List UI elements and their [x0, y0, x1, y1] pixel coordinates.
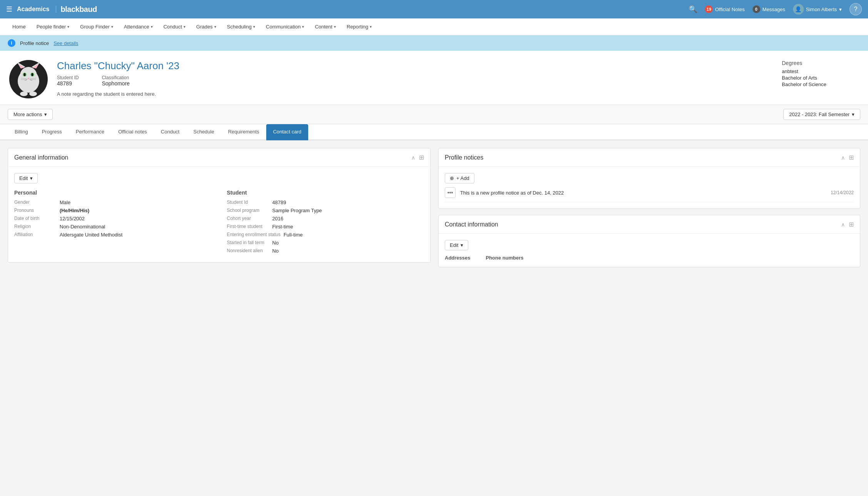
profile-notice-label: Profile notice: [20, 40, 49, 46]
help-button[interactable]: ?: [850, 3, 862, 15]
nav-item-attendance[interactable]: Attendance ▾: [119, 21, 157, 33]
info-row: School program Sample Program Type: [227, 208, 424, 213]
info-sections: Personal Gender Male Pronouns (He/Him/Hi…: [14, 190, 424, 256]
nav-item-group-finder-label: Group Finder: [80, 24, 110, 30]
messages-btn[interactable]: 0 Messages: [753, 5, 785, 13]
profile-notices-title: Profile notices: [445, 154, 484, 161]
nav-item-content-label: Content: [315, 24, 332, 30]
nav-item-reporting-label: Reporting: [347, 24, 368, 30]
dob-value: 12/15/2002: [60, 216, 85, 221]
contact-info-header: Contact information ∧ ⊞: [439, 215, 860, 234]
edit-label: Edit: [19, 175, 28, 181]
general-info-card-header: General information ∧ ⊞: [8, 148, 430, 167]
user-chevron-icon: ▾: [839, 7, 842, 12]
chevron-down-icon: ▾: [253, 25, 255, 29]
gender-value: Male: [60, 200, 70, 205]
see-details-link[interactable]: See details: [53, 40, 78, 46]
student-id-field: Student ID 48789: [57, 75, 79, 87]
right-column: Profile notices ∧ ⊞ ⊕ + Add ••• This is …: [438, 148, 860, 267]
addresses-title: Addresses: [445, 255, 470, 261]
notice-row: ••• This is a new profile notice as of D…: [445, 183, 854, 202]
degree-0: anbtest: [782, 68, 859, 74]
collapse-icon[interactable]: ∧: [841, 155, 845, 161]
grid-icon[interactable]: ⊞: [419, 154, 424, 161]
student-id-value: 48789: [57, 80, 72, 87]
collapse-icon[interactable]: ∧: [841, 221, 845, 228]
nav-item-conduct[interactable]: Conduct ▾: [159, 21, 190, 33]
help-icon: ?: [854, 6, 858, 13]
nav-item-group-finder[interactable]: Group Finder ▾: [75, 21, 118, 33]
nav-item-grades[interactable]: Grades ▾: [192, 21, 221, 33]
degree-1: Bachelor of Arts: [782, 75, 859, 81]
nav-item-attendance-label: Attendance: [124, 24, 149, 30]
profile-notices-body: ⊕ + Add ••• This is a new profile notice…: [439, 167, 860, 208]
tab-requirements[interactable]: Requirements: [221, 124, 266, 140]
hamburger-icon[interactable]: ☰: [6, 5, 12, 13]
svg-point-17: [29, 92, 37, 96]
nav-item-home[interactable]: Home: [8, 21, 30, 33]
tab-official-notes[interactable]: Official notes: [111, 124, 154, 140]
tab-billing[interactable]: Billing: [8, 124, 35, 140]
nav-item-communication[interactable]: Communication ▾: [261, 21, 309, 33]
tab-schedule[interactable]: Schedule: [186, 124, 221, 140]
student-title: Student: [227, 190, 424, 196]
affiliation-label: Affiliation: [14, 232, 57, 238]
nav-item-reporting[interactable]: Reporting ▾: [342, 21, 376, 33]
classification-field: Classification Sophomore: [102, 75, 130, 87]
chevron-down-icon: ▾: [214, 25, 216, 29]
semester-selector[interactable]: 2022 - 2023: Fall Semester ▾: [783, 109, 860, 120]
chevron-down-icon: ▾: [852, 112, 855, 117]
edit-button[interactable]: Edit ▾: [14, 173, 38, 183]
notice-options-button[interactable]: •••: [445, 187, 456, 198]
brand-label: Academics: [17, 6, 56, 13]
more-actions-button[interactable]: More actions ▾: [8, 109, 53, 120]
grid-icon[interactable]: ⊞: [849, 221, 854, 228]
nav-item-scheduling[interactable]: Scheduling ▾: [222, 21, 260, 33]
notice-date: 12/14/2022: [831, 190, 854, 195]
svg-point-16: [20, 92, 28, 96]
tab-conduct[interactable]: Conduct: [154, 124, 186, 140]
user-menu-btn[interactable]: 👤 Simon Alberts ▾: [793, 4, 842, 15]
official-notes-btn[interactable]: 19 Official Notes: [705, 5, 744, 13]
personal-title: Personal: [14, 190, 212, 196]
contact-info-body: Edit ▾ Addresses Phone numbers: [439, 234, 860, 267]
official-notes-label: Official Notes: [715, 7, 744, 12]
affiliation-value: Aldersgate United Methodist: [60, 232, 122, 238]
messages-badge: 0: [753, 5, 760, 13]
add-icon: ⊕: [450, 175, 454, 181]
search-icon[interactable]: 🔍: [689, 5, 697, 13]
chevron-down-icon: ▾: [151, 25, 153, 29]
nav-item-scheduling-label: Scheduling: [227, 24, 252, 30]
tab-progress[interactable]: Progress: [35, 124, 69, 140]
card-header-icons: ∧ ⊞: [841, 154, 854, 161]
tabs-bar: Billing Progress Performance Official no…: [0, 124, 868, 140]
fall-term-label: Started in fall term: [227, 240, 269, 246]
svg-point-2: [20, 67, 37, 84]
pronouns-label: Pronouns: [14, 208, 57, 213]
degree-2: Bachelor of Science: [782, 82, 859, 87]
user-name: Simon Alberts: [806, 7, 837, 12]
add-notice-button[interactable]: ⊕ + Add: [445, 173, 474, 183]
info-row: Nonresident alien No: [227, 248, 424, 254]
contact-info-title: Contact information: [445, 221, 498, 228]
info-row: Entering enrollment status Full-time: [227, 232, 424, 238]
chevron-down-icon: ▾: [67, 25, 69, 29]
fall-term-value: No: [272, 240, 279, 246]
chevron-down-icon: ▾: [184, 25, 185, 29]
profile-degrees: Degrees anbtest Bachelor of Arts Bachelo…: [782, 60, 859, 88]
action-bar: More actions ▾ 2022 - 2023: Fall Semeste…: [0, 105, 868, 124]
nav-item-people-finder[interactable]: People finder ▾: [32, 21, 74, 33]
tab-contact-card[interactable]: Contact card: [266, 124, 309, 140]
enrollment-status-label: Entering enrollment status: [227, 232, 280, 238]
tab-performance[interactable]: Performance: [69, 124, 111, 140]
grid-icon[interactable]: ⊞: [849, 154, 854, 161]
contact-edit-button[interactable]: Edit ▾: [445, 240, 468, 250]
collapse-icon[interactable]: ∧: [411, 155, 415, 161]
classification-label: Classification: [102, 75, 130, 80]
avatar: 👤: [793, 4, 804, 15]
addresses-section: Addresses: [445, 255, 470, 261]
edit-label: Edit: [450, 242, 458, 248]
nav-item-content[interactable]: Content ▾: [310, 21, 341, 33]
official-notes-badge: 19: [705, 5, 713, 13]
chevron-down-icon: ▾: [334, 25, 336, 29]
